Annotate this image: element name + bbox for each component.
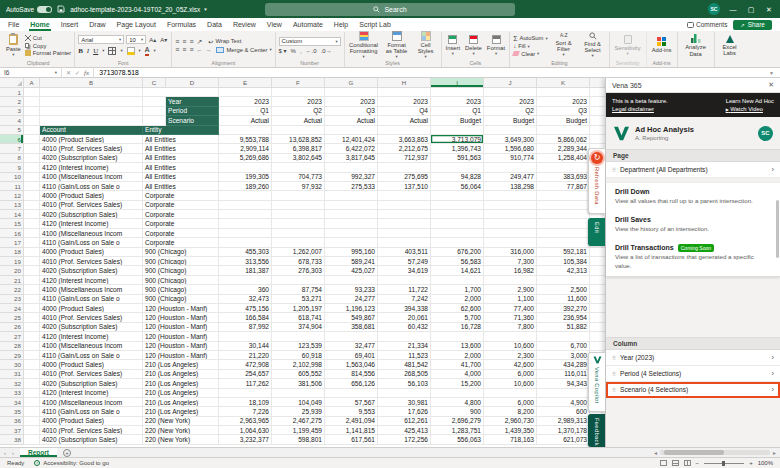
row-header-5[interactable]: 5 (0, 126, 24, 135)
row-header-12[interactable]: 12 (0, 191, 24, 200)
value-cell[interactable]: 71,360 (484, 313, 537, 322)
value-cell[interactable]: 2,491,094 (325, 417, 378, 426)
dimension-label-cell[interactable]: Year (166, 97, 219, 106)
value-cell[interactable]: 4,800 (431, 398, 484, 407)
value-cell[interactable]: 316,000 (484, 248, 537, 257)
cell[interactable] (24, 210, 40, 219)
value-cell[interactable]: 475,156 (219, 304, 272, 313)
orientation-button[interactable]: ↗ (196, 38, 202, 45)
value-cell[interactable]: 1,100 (484, 295, 537, 304)
value-cell[interactable] (325, 238, 378, 247)
account-cell[interactable]: 4010 (Prof. Services Sales) (40, 257, 143, 266)
cell[interactable] (24, 154, 40, 163)
row-header-3[interactable]: 3 (0, 107, 24, 116)
value-cell[interactable]: 11,600 (537, 295, 590, 304)
value-cell[interactable]: 392,270 (537, 304, 590, 313)
maximize-icon[interactable]: ▢ (746, 6, 756, 13)
excel-labs-button[interactable]: Excel Labs (718, 35, 742, 56)
cell[interactable] (24, 304, 40, 313)
value-cell[interactable] (219, 332, 272, 341)
value-cell[interactable]: 995,160 (325, 248, 378, 257)
insert-cells-button[interactable]: Insert ▾ (445, 35, 462, 57)
row-header-16[interactable]: 16 (0, 229, 24, 238)
cell[interactable] (24, 135, 40, 144)
cell[interactable]: 2023 (537, 97, 590, 106)
value-cell[interactable] (484, 389, 537, 398)
format-cells-button[interactable]: Format ▾ (486, 35, 506, 57)
value-cell[interactable]: 678,733 (272, 257, 325, 266)
account-cell[interactable]: 4010 (Prof. Services Sales) (40, 201, 143, 210)
value-cell[interactable] (272, 163, 325, 172)
value-cell[interactable] (431, 229, 484, 238)
value-cell[interactable] (431, 389, 484, 398)
account-cell[interactable]: 4000 (Product Sales) (40, 360, 143, 369)
ribbon-tab-insert[interactable]: Insert (61, 21, 79, 28)
cell[interactable] (24, 370, 40, 379)
account-cell[interactable]: 4120 (Interest Income) (40, 332, 143, 341)
entity-cell[interactable]: Corporate (143, 191, 219, 200)
value-cell[interactable]: 77,867 (537, 182, 590, 191)
value-cell[interactable] (272, 210, 325, 219)
cell[interactable] (325, 126, 378, 135)
entity-cell[interactable]: 120 (Houston - Manf) (143, 323, 219, 332)
entity-cell[interactable]: 210 (Los Angeles) (143, 379, 219, 388)
value-cell[interactable]: 172,256 (378, 435, 431, 444)
cell[interactable]: Q1 (431, 107, 484, 116)
account-cell[interactable]: 4110 (Gain/Loss on Sale o (40, 351, 143, 360)
row-header-1[interactable]: 1 (0, 88, 24, 97)
entity-cell[interactable]: 900 (Chicago) (143, 295, 219, 304)
cell[interactable] (272, 126, 325, 135)
find-select-button[interactable]: Find & Select ▾ (580, 32, 606, 59)
user-avatar[interactable]: SC (708, 3, 720, 15)
font-size-select[interactable]: 10▾ (126, 35, 146, 44)
account-cell[interactable]: 4100 (Miscellaneous Incom (40, 173, 143, 182)
value-cell[interactable]: 5,269,686 (219, 154, 272, 163)
entity-cell[interactable]: All Entities (143, 154, 219, 163)
format-painter-button[interactable]: Format Painter (25, 50, 71, 56)
value-cell[interactable]: 10,600 (484, 379, 537, 388)
value-cell[interactable] (219, 389, 272, 398)
row-header-15[interactable]: 15 (0, 219, 24, 228)
value-cell[interactable]: 481,542 (378, 360, 431, 369)
value-cell[interactable]: 434,289 (537, 360, 590, 369)
value-cell[interactable]: 1,199,459 (272, 426, 325, 435)
refresh-data-button[interactable]: ↻ Refresh Data (588, 148, 605, 214)
account-cell[interactable]: 4100 (Miscellaneous Incom (40, 398, 143, 407)
horizontal-scrollbar[interactable] (660, 450, 770, 455)
increase-decimal-button[interactable]: ←.0 (306, 48, 317, 54)
value-cell[interactable]: 8,200 (484, 407, 537, 416)
cell[interactable] (40, 107, 143, 116)
cell[interactable] (24, 351, 40, 360)
value-cell[interactable] (219, 276, 272, 285)
value-cell[interactable]: 21,334 (378, 342, 431, 351)
value-cell[interactable]: 24,277 (325, 295, 378, 304)
column-header-C[interactable]: C (143, 78, 166, 88)
cell[interactable] (24, 144, 40, 153)
italic-button[interactable]: I (87, 47, 89, 55)
cell[interactable] (325, 88, 378, 97)
cell[interactable] (40, 97, 143, 106)
zoom-slider[interactable] (704, 463, 744, 464)
cell[interactable]: Actual (272, 116, 325, 125)
panel-user-avatar[interactable]: SC (758, 126, 773, 141)
value-cell[interactable]: 57,249 (378, 257, 431, 266)
value-cell[interactable]: 62,600 (431, 304, 484, 313)
decrease-font-button[interactable]: A▾ (159, 36, 168, 43)
cell[interactable] (24, 219, 40, 228)
value-cell[interactable] (378, 389, 431, 398)
value-cell[interactable]: 123,539 (272, 342, 325, 351)
value-cell[interactable]: 166,584 (219, 313, 272, 322)
cell[interactable] (143, 116, 166, 125)
value-cell[interactable]: 6,000 (484, 370, 537, 379)
value-cell[interactable]: 276,303 (272, 266, 325, 275)
column-header-J[interactable]: J (484, 78, 537, 88)
dimension-label-cell[interactable]: Scenario (166, 116, 219, 125)
legal-disclaimer-link[interactable]: Legal disclaimer (612, 105, 668, 113)
cell[interactable] (143, 97, 166, 106)
account-cell[interactable]: 4110 (Gain/Loss on Sale o (40, 182, 143, 191)
paste-button[interactable]: Paste ▾ (5, 34, 22, 58)
value-cell[interactable] (431, 276, 484, 285)
column-header-G[interactable]: G (325, 78, 378, 88)
font-family-select[interactable]: Arial▾ (78, 35, 124, 44)
value-cell[interactable]: 617,561 (325, 435, 378, 444)
